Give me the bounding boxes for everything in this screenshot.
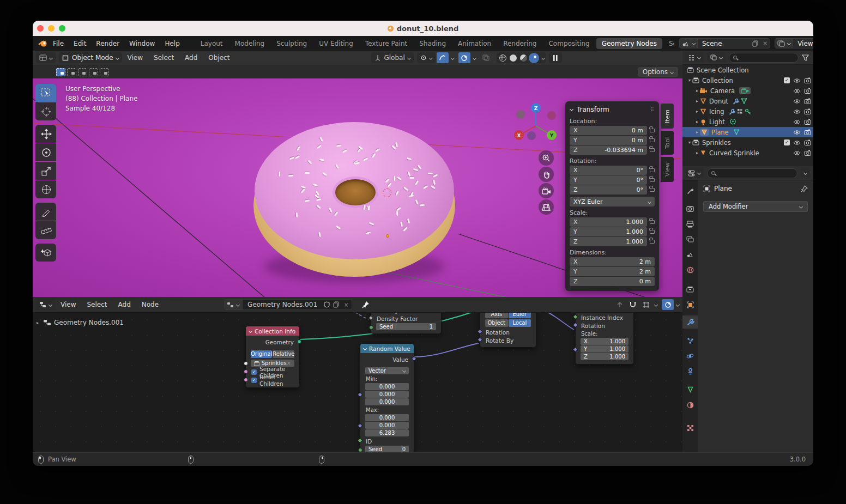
tab-modifiers-icon[interactable] [682,315,698,329]
viewport-menu-object[interactable]: Object [203,54,235,62]
select-mode-subtract-icon[interactable] [78,68,87,76]
tab-object-data-icon[interactable] [682,383,698,396]
fake-user-shield-icon[interactable] [322,301,331,308]
menu-render[interactable]: Render [91,40,124,47]
sidebar-tab-view[interactable]: View [661,157,674,182]
camera-view-button[interactable] [539,183,554,198]
collection-original-button[interactable]: Original [251,350,272,358]
hide-eye-icon[interactable] [793,140,801,145]
tab-rendering[interactable]: Rendering [498,38,542,49]
render-camera-icon[interactable] [804,77,811,83]
location-z-field[interactable]: Z-0.033694 m [570,145,647,155]
hide-eye-icon[interactable] [793,119,801,125]
outliner-row-plane[interactable]: ▸ Plane [682,127,813,137]
select-mode-set-icon[interactable] [56,68,65,76]
tab-collection-icon[interactable] [682,283,698,296]
new-copy-icon[interactable] [331,301,341,308]
tab-physics-icon[interactable] [682,349,698,362]
render-camera-icon[interactable] [804,150,811,156]
outliner-row-donut[interactable]: ▸ Donut [682,96,813,106]
properties-options-button[interactable] [801,168,810,178]
panel-grip-icon[interactable]: ⠿ [650,107,655,112]
select-mode-invert-icon[interactable] [89,68,98,76]
nodetree-icon[interactable] [225,300,243,309]
collection-checkbox[interactable]: ✓ [784,77,790,83]
tab-scripting[interactable]: Scripting [663,38,674,49]
tab-output-icon[interactable] [682,217,698,230]
tab-world-icon[interactable] [682,263,698,276]
scene-icon[interactable] [680,39,698,48]
orthographic-toggle-button[interactable] [539,199,554,215]
hide-eye-icon[interactable] [793,88,801,94]
node-menu-view[interactable]: View [55,301,81,308]
tool-transform[interactable] [35,180,56,198]
node-random-value[interactable]: Random Value Value Vector Min: 0.000 0.0… [360,343,414,452]
viewport-canvas[interactable]: User Perspective (88) Collection | Plane… [33,78,682,297]
viewlayer-icon[interactable] [775,39,793,48]
expand-arrow-icon[interactable]: ▸ [694,150,700,155]
blender-logo-icon[interactable] [38,40,48,47]
hide-eye-icon[interactable] [793,109,801,114]
random-value-type-dropdown[interactable]: Vector [365,367,409,374]
location-y-field[interactable]: Y0 m [570,136,647,145]
lock-icon[interactable] [650,188,655,192]
unlink-icon[interactable]: × [341,302,352,308]
tab-texture-paint[interactable]: Texture Paint [360,38,413,49]
node-snap-magnet-icon[interactable] [627,299,639,310]
collection-relative-button[interactable]: Relative [273,350,294,358]
dimensions-z-field[interactable]: Z0 m [570,277,655,286]
outliner-display-mode-button[interactable] [685,52,704,63]
location-x-field[interactable]: X0 m [570,126,647,135]
shading-solid-icon[interactable] [510,54,517,62]
sidebar-tab-tool[interactable]: Tool [661,131,674,155]
min-y-field[interactable]: 0.000 [365,391,409,398]
outliner-row-icing[interactable]: ▸ Icing [682,106,813,117]
scene-unlink-icon[interactable]: × [760,40,770,47]
select-mode-intersect-icon[interactable] [100,68,109,76]
expand-arrow-icon[interactable]: ▸ [694,130,700,135]
tool-select-box[interactable] [35,84,56,102]
outliner-row-collection[interactable]: ▾ Collection ✓ [682,75,813,86]
reset-children-checkbox[interactable]: ✓ [251,378,257,383]
nodetree-name[interactable]: Geometry Nodes.001 [243,301,322,308]
proportional-dropdown-icon[interactable] [451,56,455,59]
tool-scale[interactable] [35,162,56,180]
tab-scene-icon[interactable] [682,248,698,261]
rotation-y-field[interactable]: Y0° [570,175,647,185]
rotation-z-field[interactable]: Z0° [570,185,647,195]
properties-search-input[interactable] [707,168,797,178]
menu-edit[interactable]: Edit [69,40,91,47]
viewport-menu-view[interactable]: View [122,54,148,62]
tab-modeling[interactable]: Modeling [229,38,270,49]
tab-uv-editing[interactable]: UV Editing [313,38,359,49]
tab-material-icon[interactable] [682,398,698,411]
min-x-field[interactable]: 0.000 [365,383,409,390]
menu-window[interactable]: Window [124,40,160,47]
render-camera-icon[interactable] [804,139,811,145]
shading-material-icon[interactable] [520,54,527,62]
tool-rotate[interactable] [35,143,56,161]
tool-measure[interactable] [35,221,56,239]
node-overlays-icon[interactable] [662,299,674,310]
scene-copy-icon[interactable] [750,40,760,47]
snapping-button[interactable] [417,52,436,63]
menu-help[interactable]: Help [160,40,184,47]
lock-icon[interactable] [650,168,655,172]
transform-orientation-dropdown[interactable]: Global [371,52,413,63]
tab-shading[interactable]: Shading [414,38,451,49]
node-collection-info[interactable]: Collection Info Geometry OriginalRelativ… [245,326,300,388]
pin-id-icon[interactable] [801,185,808,192]
node-editor[interactable]: Density Max Density Factor Seed1 Axis An… [33,297,682,452]
pan-hand-button[interactable] [539,167,554,182]
shading-wireframe-icon[interactable] [499,54,506,62]
pin-icon[interactable] [362,301,370,308]
lock-icon[interactable] [650,129,655,132]
node-snap-target-icon[interactable] [640,299,652,310]
proportional-edit-icon[interactable] [437,52,449,63]
distribute-seed-field[interactable]: Seed1 [376,323,436,330]
viewport-menu-add[interactable]: Add [179,54,203,62]
node-overlays-dropdown-icon[interactable] [676,302,680,306]
instance-scale-z[interactable]: Z1.000 [581,353,629,360]
viewport-menu-select[interactable]: Select [148,54,179,62]
zoom-button[interactable] [539,150,554,166]
